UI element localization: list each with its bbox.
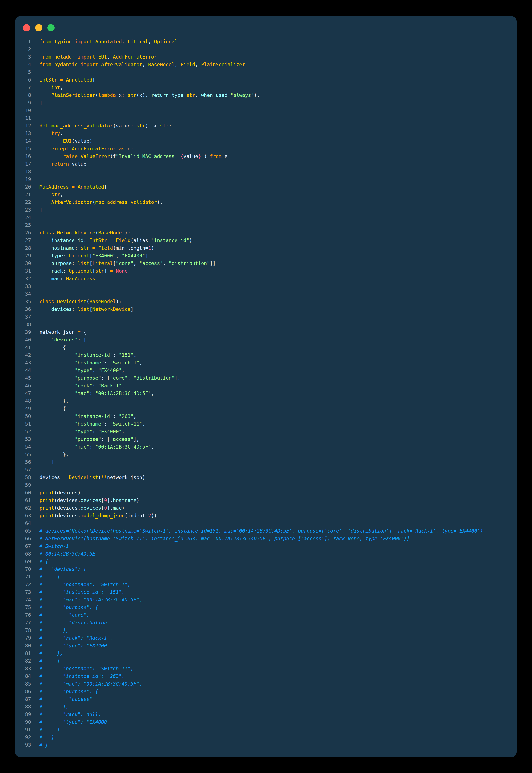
code-line: 38 [15,321,517,328]
code-line: 33 [15,283,517,290]
line-number: 87 [15,695,31,703]
code-text: # "rack": null, [39,712,101,717]
line-number: 67 [15,542,31,550]
line-number: 34 [15,290,31,298]
code-line: 54 "mac": "00:1A:2B:3C:4D:5F", [15,443,517,451]
code-text: devices = DeviceList(**network_json) [39,475,145,480]
line-number: 8 [15,91,31,99]
line-number: 7 [15,84,31,91]
code-line: 60print(devices) [15,489,517,496]
line-number: 88 [15,703,31,711]
line-number: 45 [15,374,31,382]
line-number: 61 [15,496,31,504]
code-text: # "hostname": "Switch-1", [39,582,130,587]
line-number: 5 [15,68,31,76]
line-number: 60 [15,489,31,496]
code-text: # "mac": "00:1A:2B:3C:4D:5F", [39,681,142,687]
line-number: 48 [15,397,31,405]
line-number: 50 [15,412,31,420]
code-line: 5 [15,68,517,76]
code-line: 14 EUI(value) [15,137,517,145]
code-line: 15 except AddrFormatError as e: [15,145,517,152]
code-line: 23] [15,206,517,214]
line-number: 57 [15,466,31,473]
code-text: network_json = { [39,329,87,335]
line-number: 86 [15,688,31,695]
line-number: 37 [15,313,31,321]
line-number: 9 [15,99,31,107]
code-text: "mac": "00:1A:2B:3C:4D:5F", [39,444,154,450]
code-text: rack: Optional[str] = None [39,268,127,274]
code-text: # { [39,574,60,579]
line-number: 56 [15,458,31,466]
code-line: 86# "purpose": [ [15,688,517,695]
code-text: purpose: list[Literal["core", "access", … [39,261,216,266]
line-number: 51 [15,420,31,428]
zoom-button-icon[interactable] [47,24,55,31]
code-line: 17 return value [15,160,517,168]
line-number: 27 [15,237,31,244]
code-line: 1from typing import Annotated, Literal, … [15,38,517,45]
code-text: "purpose": ["core", "distribution"], [39,375,181,381]
line-number: 47 [15,389,31,397]
code-line: 7 int, [15,84,517,91]
line-number: 38 [15,321,31,328]
code-line: 30 purpose: list[Literal["core", "access… [15,260,517,267]
code-text: "hostname": "Switch-1", [39,360,142,365]
line-number: 43 [15,359,31,367]
code-line: 66# NetworkDevice(hostname='Switch-11', … [15,535,517,542]
line-number: 68 [15,550,31,558]
line-number: 30 [15,260,31,267]
minimize-button-icon[interactable] [35,24,42,31]
code-text: PlainSerializer(lambda x: str(x), return… [39,92,260,98]
code-line: 83# "hostname": "Switch-11", [15,665,517,672]
code-line: 39network_json = { [15,328,517,336]
line-number: 25 [15,221,31,229]
code-line: 92# ] [15,734,517,741]
line-number: 16 [15,152,31,160]
line-number: 75 [15,604,31,611]
line-number: 83 [15,665,31,672]
code-line: 10 [15,107,517,114]
code-line: 53 "purpose": ["access"], [15,435,517,443]
code-line: 58devices = DeviceList(**network_json) [15,473,517,481]
line-number: 76 [15,611,31,619]
code-text: "rack": "Rack-1", [39,383,125,388]
close-button-icon[interactable] [23,24,30,31]
code-line: 46 "rack": "Rack-1", [15,382,517,389]
line-number: 89 [15,711,31,718]
line-number: 80 [15,642,31,650]
code-line: 70# "devices": [ [15,565,517,573]
code-line: 62print(devices.devices[0].mac) [15,504,517,512]
code-line: 21 str, [15,191,517,199]
code-text: # { [39,559,48,564]
code-line: 80# "type": "EX4400" [15,642,517,650]
line-number: 32 [15,275,31,283]
line-number: 69 [15,558,31,565]
code-text: { [39,345,66,350]
code-text: # NetworkDevice(hostname='Switch-11', in… [39,536,410,541]
line-number: 62 [15,504,31,512]
code-line: 67# Switch-1 [15,542,517,550]
line-number: 79 [15,634,31,642]
code-line: 3from netaddr import EUI, AddrFormatErro… [15,53,517,61]
code-line: 50 "instance-id": "263", [15,412,517,420]
code-line: 88# ], [15,703,517,711]
code-text: class NetworkDevice(BaseModel): [39,230,130,236]
code-text: def mac_address_validator(value: str) ->… [39,123,172,128]
code-line: 51 "hostname": "Switch-11", [15,420,517,428]
code-line: 24 [15,214,517,221]
code-text: # }, [39,651,63,656]
code-text: int, [39,85,63,90]
line-number: 4 [15,61,31,68]
code-line: 44 "type": "EX4400", [15,367,517,374]
code-window: 1from typing import Annotated, Literal, … [15,16,517,757]
code-text: "purpose": ["access"], [39,436,139,442]
code-text: } [39,467,42,472]
line-number: 24 [15,214,31,221]
line-number: 91 [15,726,31,734]
code-editor: 1from typing import Annotated, Literal, … [15,38,517,749]
code-text: }, [39,452,69,457]
code-text: # "hostname": "Switch-11", [39,666,133,671]
code-line: 31 rack: Optional[str] = None [15,267,517,275]
